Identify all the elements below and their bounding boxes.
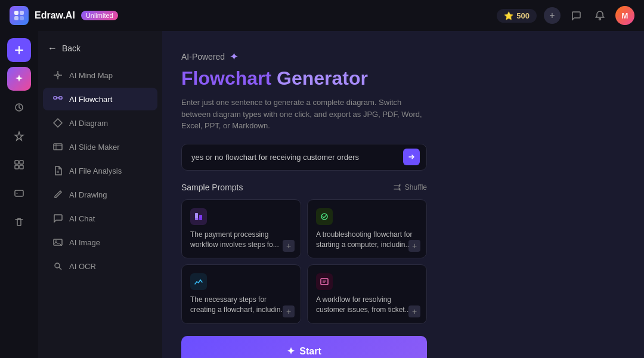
diagram-icon xyxy=(52,118,63,128)
svg-rect-33 xyxy=(321,279,328,285)
sidebar: ← Back AI Mind Map xyxy=(38,31,162,358)
svg-rect-2 xyxy=(14,16,18,20)
svg-rect-17 xyxy=(54,97,57,99)
prompt-card-text-3: A workflow for resolving customer issues… xyxy=(316,295,418,315)
back-button[interactable]: ← Back xyxy=(38,38,162,58)
sidebar-item-diagram[interactable]: AI Diagram xyxy=(43,112,157,134)
sidebar-item-label: AI Drawing xyxy=(69,190,107,199)
sidebar-item-label: AI Slide Maker xyxy=(69,143,120,152)
plus-icon: + xyxy=(549,10,555,21)
svg-rect-1 xyxy=(20,11,24,15)
prompts-grid: The payment processing workflow involves… xyxy=(181,199,427,324)
svg-rect-9 xyxy=(20,165,23,169)
flowchart-icon xyxy=(52,94,63,104)
sidebar-item-mind-map[interactable]: AI Mind Map xyxy=(43,64,157,87)
ai-powered-label: AI-Powered ✦ xyxy=(181,50,427,63)
svg-rect-10 xyxy=(15,190,23,196)
prompt-card-add-1[interactable]: + xyxy=(408,240,420,252)
body-area: ← Back AI Mind Map xyxy=(0,0,446,358)
slide-maker-icon xyxy=(52,141,63,152)
ai-label-text: AI-Powered xyxy=(181,52,225,61)
sidebar-item-image[interactable]: AI Image xyxy=(43,231,157,254)
new-item-button[interactable] xyxy=(7,38,31,62)
sparkle-icon: ✦ xyxy=(230,50,239,63)
sidebar-item-label: AI File Analysis xyxy=(69,166,122,175)
svg-point-28 xyxy=(55,263,60,268)
svg-rect-6 xyxy=(15,161,18,164)
panel-description: Enter just one sentence to generate a co… xyxy=(181,97,427,132)
svg-point-4 xyxy=(599,18,601,20)
prompt-card-text-2: The necessary steps for creating a flowc… xyxy=(190,295,292,315)
prompt-input-wrapper xyxy=(181,144,427,171)
sidebar-item-ocr[interactable]: AI OCR xyxy=(43,255,157,277)
back-arrow-icon: ← xyxy=(48,43,57,54)
sidebar-item-label: AI Flowchart xyxy=(69,95,112,104)
chat-icon xyxy=(52,213,63,224)
svg-point-11 xyxy=(17,193,18,194)
sample-prompts-header: Sample Prompts Shuffle xyxy=(181,183,427,192)
sidebar-item-label: AI OCR xyxy=(69,262,96,271)
sidebar-item-drawing[interactable]: AI Drawing xyxy=(43,183,157,206)
file-analysis-icon xyxy=(52,165,63,176)
shuffle-button[interactable]: Shuffle xyxy=(394,183,427,192)
prompt-input[interactable] xyxy=(181,144,427,171)
svg-rect-31 xyxy=(199,215,202,220)
svg-rect-7 xyxy=(20,161,23,164)
sidebar-item-file-analysis[interactable]: AI File Analysis xyxy=(43,159,157,182)
logo-area: Edraw.AI Unlimited xyxy=(10,6,118,25)
app-logo xyxy=(10,6,29,25)
sidebar-item-flowchart[interactable]: AI Flowchart xyxy=(43,88,157,110)
coins-value: 500 xyxy=(516,11,530,20)
title-part1: Flowchart xyxy=(181,67,271,89)
svg-rect-3 xyxy=(20,16,24,20)
image-icon xyxy=(52,237,63,248)
prompt-card-0[interactable]: The payment processing workflow involves… xyxy=(181,199,301,259)
prompt-card-icon-3 xyxy=(316,273,333,290)
shuffle-label: Shuffle xyxy=(405,183,427,192)
trash-button[interactable] xyxy=(7,210,31,234)
sidebar-item-slide-maker[interactable]: AI Slide Maker xyxy=(43,135,157,158)
star-icon: ⭐ xyxy=(504,11,513,20)
favorites-button[interactable] xyxy=(7,124,31,148)
coins-badge: ⭐ 500 xyxy=(497,9,537,23)
unlimited-badge: Unlimited xyxy=(81,11,118,20)
icon-bar xyxy=(0,31,38,358)
prompt-card-icon-0 xyxy=(190,208,207,225)
prompt-card-icon-2 xyxy=(190,273,207,290)
prompt-card-add-3[interactable]: + xyxy=(408,305,420,317)
sidebar-item-label: AI Chat xyxy=(69,214,95,223)
prompt-card-add-2[interactable]: + xyxy=(283,305,295,317)
message-button[interactable] xyxy=(568,7,584,24)
ai-feature-button[interactable] xyxy=(7,67,31,91)
svg-line-29 xyxy=(59,267,61,270)
sample-prompts-title: Sample Prompts xyxy=(181,183,243,192)
send-button[interactable] xyxy=(403,149,420,165)
header-right: ⭐ 500 + M xyxy=(497,6,634,25)
tools-button[interactable] xyxy=(7,153,31,177)
start-button[interactable]: ✦ Start xyxy=(181,336,427,358)
svg-marker-20 xyxy=(54,119,62,127)
back-label: Back xyxy=(62,44,80,53)
svg-rect-8 xyxy=(15,165,18,169)
sidebar-item-chat[interactable]: AI Chat xyxy=(43,207,157,230)
app-name: Edraw.AI xyxy=(35,10,75,21)
prompt-card-add-0[interactable]: + xyxy=(283,240,295,252)
user-avatar-header[interactable]: M xyxy=(615,6,634,25)
ocr-icon xyxy=(52,261,63,271)
panel-title: Flowchart Generator xyxy=(181,67,427,90)
storage-button[interactable] xyxy=(7,181,31,205)
prompt-card-2[interactable]: The necessary steps for creating a flowc… xyxy=(181,264,301,324)
sidebar-item-label: AI Image xyxy=(69,238,100,247)
prompt-card-1[interactable]: A troubleshooting flowchart for starting… xyxy=(307,199,427,259)
history-button[interactable] xyxy=(7,95,31,119)
generator-panel: AI-Powered ✦ Flowchart Generator Enter j… xyxy=(162,31,446,358)
start-label: Start xyxy=(299,346,321,357)
prompt-card-3[interactable]: A workflow for resolving customer issues… xyxy=(307,264,427,324)
svg-rect-0 xyxy=(14,11,18,15)
drawing-icon xyxy=(52,189,63,200)
svg-point-12 xyxy=(57,74,59,76)
mind-map-icon xyxy=(52,70,63,81)
notification-button[interactable] xyxy=(592,7,608,24)
prompt-card-text-0: The payment processing workflow involves… xyxy=(190,230,292,250)
add-coins-button[interactable]: + xyxy=(544,7,561,24)
